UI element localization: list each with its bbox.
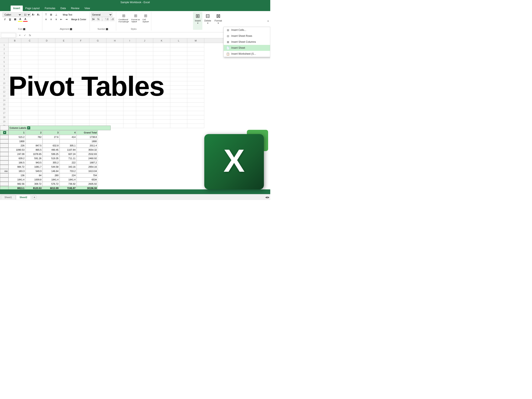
font-name-select[interactable]: Calibri	[3, 12, 22, 17]
cell-styles-button[interactable]: ⊞ CellStyles▾	[141, 12, 150, 24]
cell-K6[interactable]	[153, 64, 170, 69]
cell-L19[interactable]	[170, 120, 187, 124]
cell-M13[interactable]	[187, 94, 204, 98]
cell-I18[interactable]	[123, 115, 136, 120]
fill-color-button[interactable]: A	[18, 17, 23, 22]
cell-C7[interactable]	[21, 69, 38, 73]
cell-D4[interactable]	[38, 56, 55, 60]
cancel-button[interactable]: ×	[18, 33, 22, 38]
cell-J9[interactable]	[136, 77, 153, 81]
cell-C3[interactable]	[21, 51, 38, 56]
col-header-g[interactable]: G	[89, 38, 106, 43]
cell-L15[interactable]	[170, 102, 187, 107]
cell-F12[interactable]	[72, 90, 89, 94]
cell-G18[interactable]	[89, 115, 106, 120]
cell-F17[interactable]	[72, 111, 89, 115]
align-top-button[interactable]: ⊤	[44, 12, 48, 17]
cell-G14[interactable]	[89, 98, 106, 102]
cell-H2[interactable]	[106, 47, 123, 51]
format-as-table-button[interactable]: ⊞ Format asTable▾	[130, 12, 141, 24]
cell-M5[interactable]	[187, 60, 204, 64]
align-middle-button[interactable]: ⊞	[49, 12, 53, 17]
cell-H14[interactable]	[106, 98, 123, 102]
cell-L2[interactable]	[170, 47, 187, 51]
cell-M17[interactable]	[187, 111, 204, 115]
scroll-right-icon[interactable]: ▶	[267, 196, 269, 199]
cell-K16[interactable]	[153, 107, 170, 111]
cell-C17[interactable]	[21, 111, 38, 115]
cell-J19[interactable]	[136, 120, 153, 124]
cell-H3[interactable]	[106, 51, 123, 56]
align-left-button[interactable]: ≡	[44, 17, 48, 22]
sheet-tab-sheet2[interactable]: Sheet2	[16, 195, 31, 200]
cell-D16[interactable]	[38, 107, 55, 111]
cell-l1[interactable]	[170, 43, 187, 47]
cell-I16[interactable]	[123, 107, 136, 111]
cell-K7[interactable]	[153, 69, 170, 73]
cell-G5[interactable]	[89, 60, 106, 64]
cell-E18[interactable]	[55, 115, 72, 120]
cell-E4[interactable]	[55, 56, 72, 60]
cell-D13[interactable]	[38, 94, 55, 98]
cell-C13[interactable]	[21, 94, 38, 98]
cell-L14[interactable]	[170, 98, 187, 102]
cell-K10[interactable]	[153, 81, 170, 86]
cell-H5[interactable]	[106, 60, 123, 64]
border-button[interactable]: ⊞	[13, 17, 18, 22]
cell-K3[interactable]	[153, 51, 170, 56]
cell-F18[interactable]	[72, 115, 89, 120]
cell-D18[interactable]	[38, 115, 55, 120]
cell-L11[interactable]	[170, 86, 187, 90]
cell-D10[interactable]	[38, 81, 55, 86]
cell-J10[interactable]	[136, 81, 153, 86]
cell-M4[interactable]	[187, 56, 204, 60]
cell-B7[interactable]	[8, 69, 21, 73]
cell-B10[interactable]	[8, 81, 21, 86]
cell-M9[interactable]	[187, 77, 204, 81]
cell-L6[interactable]	[170, 64, 187, 69]
cell-K2[interactable]	[153, 47, 170, 51]
cell-E15[interactable]	[55, 102, 72, 107]
cell-G10[interactable]	[89, 81, 106, 86]
cell-I14[interactable]	[123, 98, 136, 102]
cell-H16[interactable]	[106, 107, 123, 111]
cell-E12[interactable]	[55, 90, 72, 94]
cell-E5[interactable]	[55, 60, 72, 64]
insert-function-button[interactable]: fx	[28, 33, 32, 38]
cell-c1[interactable]	[21, 43, 38, 47]
cell-I2[interactable]	[123, 47, 136, 51]
cell-F10[interactable]	[72, 81, 89, 86]
cell-J2[interactable]	[136, 47, 153, 51]
cell-B13[interactable]	[8, 94, 21, 98]
cell-L13[interactable]	[170, 94, 187, 98]
cell-J6[interactable]	[136, 64, 153, 69]
cell-J3[interactable]	[136, 51, 153, 56]
cell-M3[interactable]	[187, 51, 204, 56]
currency-button[interactable]: $▾	[91, 17, 96, 21]
col-header-i[interactable]: I	[123, 38, 136, 43]
col-header-d[interactable]: D	[38, 38, 55, 43]
cell-m1[interactable]	[187, 43, 204, 47]
cell-M19[interactable]	[187, 120, 204, 124]
font-size-select[interactable]: 11	[22, 12, 31, 17]
cell-M11[interactable]	[187, 86, 204, 90]
cell-B14[interactable]	[8, 98, 21, 102]
col-header-j[interactable]: J	[136, 38, 153, 43]
cell-D19[interactable]	[38, 120, 55, 124]
cell-B3[interactable]	[8, 51, 21, 56]
cell-C11[interactable]	[21, 86, 38, 90]
cell-F7[interactable]	[72, 69, 89, 73]
cell-F6[interactable]	[72, 64, 89, 69]
cell-D12[interactable]	[38, 90, 55, 94]
cell-I15[interactable]	[123, 102, 136, 107]
cell-K13[interactable]	[153, 94, 170, 98]
cell-d1[interactable]	[38, 43, 55, 47]
cell-C5[interactable]	[21, 60, 38, 64]
cell-H13[interactable]	[106, 94, 123, 98]
cell-C6[interactable]	[21, 64, 38, 69]
cell-K15[interactable]	[153, 102, 170, 107]
cell-L16[interactable]	[170, 107, 187, 111]
cell-B12[interactable]	[8, 90, 21, 94]
cell-K5[interactable]	[153, 60, 170, 64]
cell-J18[interactable]	[136, 115, 153, 120]
